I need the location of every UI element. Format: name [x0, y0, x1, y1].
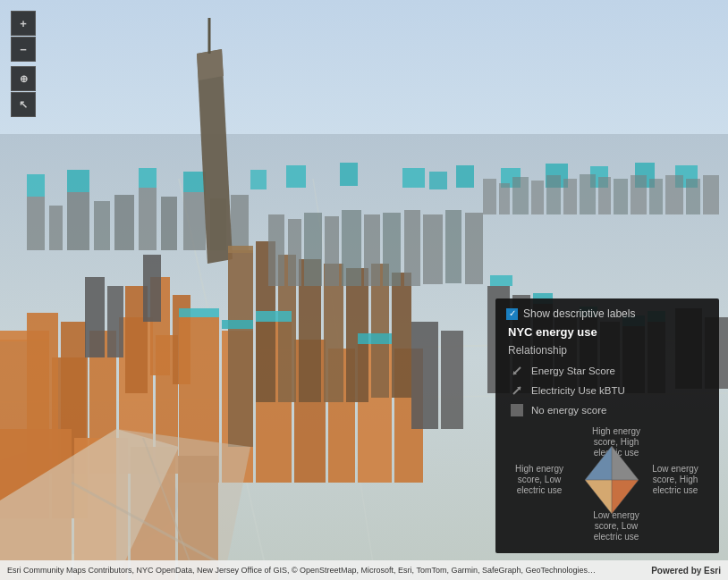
svg-rect-69 [304, 213, 322, 286]
svg-rect-110 [563, 179, 577, 214]
compass-button[interactable]: ⊕ [11, 66, 36, 91]
svg-rect-109 [546, 175, 561, 214]
svg-rect-73 [383, 213, 401, 286]
svg-rect-72 [364, 214, 380, 286]
svg-rect-12 [139, 188, 157, 250]
cursor-button[interactable]: ↖ [11, 92, 36, 117]
no-score-label: No energy score [531, 405, 606, 416]
show-labels-checkbox[interactable]: ✓ [506, 308, 518, 320]
svg-rect-86 [490, 275, 512, 286]
show-labels-text: Show descriptive labels [523, 307, 635, 320]
svg-rect-63 [107, 286, 123, 357]
svg-rect-20 [183, 172, 206, 192]
svg-rect-10 [94, 201, 110, 250]
svg-marker-33 [197, 49, 224, 80]
energy-star-icon [510, 364, 524, 378]
svg-rect-117 [686, 179, 700, 214]
electricity-label: Electricity Use kBTU [531, 385, 625, 396]
svg-rect-101 [179, 308, 219, 317]
svg-rect-76 [445, 210, 461, 283]
svg-rect-116 [665, 175, 683, 214]
gray-square [511, 404, 523, 416]
rel-label-right: Low energy score, High electric use [645, 464, 706, 496]
svg-rect-65 [411, 322, 438, 429]
svg-rect-74 [404, 210, 420, 286]
nav-controls: + − ⊕ ↖ [11, 11, 36, 121]
svg-rect-11 [114, 195, 134, 250]
svg-rect-106 [499, 183, 510, 214]
svg-rect-103 [256, 311, 292, 322]
svg-rect-61 [392, 273, 411, 398]
zoom-out-button[interactable]: − [11, 37, 36, 62]
svg-rect-21 [286, 165, 306, 188]
legend-item-no-score: No energy score [506, 403, 708, 417]
svg-rect-53 [228, 250, 253, 447]
svg-rect-104 [358, 333, 392, 344]
status-text: Esri Community Maps Contributors, NYC Op… [7, 566, 597, 575]
svg-rect-118 [703, 175, 719, 214]
legend-subtitle: Relationship [506, 344, 708, 357]
svg-rect-16 [231, 195, 249, 250]
svg-rect-31 [429, 172, 447, 189]
rel-label-left: High energy score, Low electric use [509, 464, 570, 496]
legend-panel: ✓ Show descriptive labels NYC energy use… [495, 298, 719, 553]
svg-rect-14 [183, 192, 206, 250]
diamond-chart [576, 444, 648, 516]
svg-rect-102 [222, 320, 253, 329]
svg-rect-66 [441, 331, 463, 429]
legend-header: ✓ Show descriptive labels [506, 307, 708, 320]
checkbox-check: ✓ [509, 309, 516, 318]
svg-rect-75 [423, 214, 443, 284]
svg-rect-8 [49, 206, 63, 250]
no-score-icon [510, 403, 524, 417]
svg-rect-30 [250, 170, 267, 189]
svg-rect-115 [649, 179, 663, 214]
svg-rect-7 [27, 197, 45, 250]
svg-rect-64 [143, 255, 161, 322]
svg-rect-70 [325, 216, 339, 286]
svg-rect-24 [456, 165, 474, 188]
svg-rect-113 [614, 179, 628, 214]
legend-title: NYC energy use [506, 325, 708, 339]
svg-rect-71 [342, 210, 361, 286]
svg-rect-77 [465, 213, 483, 284]
relationship-chart: High energy score, High electric use Hig… [509, 426, 706, 542]
svg-rect-22 [340, 163, 358, 186]
svg-rect-107 [512, 177, 529, 214]
svg-rect-114 [631, 175, 647, 214]
svg-rect-23 [402, 168, 425, 188]
zoom-in-button[interactable]: + [11, 11, 36, 36]
svg-rect-18 [67, 170, 89, 192]
esri-logo: Powered by Esri [651, 566, 721, 576]
legend-item-electricity: Electricity Use kBTU [506, 383, 708, 398]
svg-rect-62 [85, 277, 105, 357]
svg-rect-111 [580, 174, 596, 214]
svg-rect-9 [67, 192, 89, 250]
svg-rect-67 [268, 214, 284, 286]
svg-rect-112 [598, 177, 611, 214]
svg-rect-19 [139, 168, 157, 188]
legend-item-energy-star: Energy Star Score [506, 364, 708, 378]
svg-rect-54 [228, 246, 253, 253]
electricity-icon [510, 383, 524, 398]
energy-star-label: Energy Star Score [531, 366, 615, 376]
svg-rect-13 [161, 197, 177, 250]
svg-rect-105 [483, 179, 496, 214]
svg-rect-108 [531, 181, 544, 214]
svg-rect-68 [288, 219, 301, 286]
status-bar: Esri Community Maps Contributors, NYC Op… [0, 560, 728, 580]
svg-rect-17 [27, 174, 45, 197]
